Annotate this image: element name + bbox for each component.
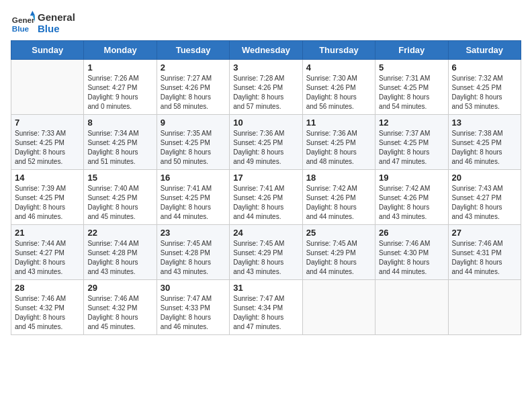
day-number: 17	[233, 173, 298, 183]
weekday-header: Wednesday	[230, 41, 302, 60]
day-detail: Sunrise: 7:34 AMSunset: 4:25 PMDaylight:…	[87, 129, 152, 167]
day-number: 27	[452, 228, 517, 238]
day-number: 23	[161, 228, 226, 238]
calendar-cell: 16Sunrise: 7:41 AMSunset: 4:25 PMDayligh…	[157, 170, 229, 225]
day-detail: Sunrise: 7:42 AMSunset: 4:26 PMDaylight:…	[379, 184, 444, 222]
day-detail: Sunrise: 7:39 AMSunset: 4:25 PMDaylight:…	[15, 184, 80, 222]
calendar-cell: 12Sunrise: 7:37 AMSunset: 4:25 PMDayligh…	[375, 115, 448, 170]
logo-icon: General Blue	[11, 11, 35, 35]
day-number: 24	[233, 228, 298, 238]
weekday-header: Thursday	[302, 41, 375, 60]
svg-marker-2	[30, 11, 35, 15]
calendar-cell: 3Sunrise: 7:28 AMSunset: 4:26 PMDaylight…	[230, 60, 302, 115]
calendar-cell: 13Sunrise: 7:38 AMSunset: 4:25 PMDayligh…	[448, 115, 521, 170]
calendar-cell: 1Sunrise: 7:26 AMSunset: 4:27 PMDaylight…	[84, 60, 157, 115]
day-number: 10	[233, 118, 298, 128]
calendar-cell: 22Sunrise: 7:44 AMSunset: 4:28 PMDayligh…	[84, 225, 157, 280]
calendar-cell: 19Sunrise: 7:42 AMSunset: 4:26 PMDayligh…	[375, 170, 448, 225]
calendar-cell: 25Sunrise: 7:45 AMSunset: 4:29 PMDayligh…	[302, 225, 375, 280]
calendar-cell: 24Sunrise: 7:45 AMSunset: 4:29 PMDayligh…	[230, 225, 302, 280]
day-number: 30	[161, 283, 226, 293]
calendar-cell: 30Sunrise: 7:47 AMSunset: 4:33 PMDayligh…	[157, 280, 229, 335]
calendar-cell: 8Sunrise: 7:34 AMSunset: 4:25 PMDaylight…	[84, 115, 157, 170]
day-detail: Sunrise: 7:36 AMSunset: 4:25 PMDaylight:…	[233, 129, 298, 167]
day-number: 13	[452, 118, 517, 128]
day-detail: Sunrise: 7:46 AMSunset: 4:30 PMDaylight:…	[379, 239, 444, 277]
day-detail: Sunrise: 7:31 AMSunset: 4:25 PMDaylight:…	[379, 74, 444, 111]
weekday-header: Saturday	[448, 41, 521, 60]
calendar-cell: 14Sunrise: 7:39 AMSunset: 4:25 PMDayligh…	[11, 170, 84, 225]
day-detail: Sunrise: 7:42 AMSunset: 4:26 PMDaylight:…	[306, 184, 371, 222]
day-detail: Sunrise: 7:27 AMSunset: 4:26 PMDaylight:…	[161, 74, 226, 111]
day-detail: Sunrise: 7:30 AMSunset: 4:26 PMDaylight:…	[306, 74, 371, 111]
day-detail: Sunrise: 7:45 AMSunset: 4:29 PMDaylight:…	[233, 239, 298, 277]
day-detail: Sunrise: 7:38 AMSunset: 4:25 PMDaylight:…	[452, 129, 517, 167]
day-number: 20	[452, 173, 517, 183]
calendar-cell: 7Sunrise: 7:33 AMSunset: 4:25 PMDaylight…	[11, 115, 84, 170]
day-detail: Sunrise: 7:46 AMSunset: 4:32 PMDaylight:…	[15, 294, 80, 332]
day-detail: Sunrise: 7:45 AMSunset: 4:28 PMDaylight:…	[161, 239, 226, 277]
logo-general: General	[38, 11, 75, 23]
day-detail: Sunrise: 7:26 AMSunset: 4:27 PMDaylight:…	[87, 74, 152, 111]
day-number: 31	[233, 283, 298, 293]
calendar-cell	[11, 60, 84, 115]
day-detail: Sunrise: 7:33 AMSunset: 4:25 PMDaylight:…	[15, 129, 80, 167]
calendar-cell: 23Sunrise: 7:45 AMSunset: 4:28 PMDayligh…	[157, 225, 229, 280]
day-detail: Sunrise: 7:47 AMSunset: 4:34 PMDaylight:…	[233, 294, 298, 332]
day-detail: Sunrise: 7:41 AMSunset: 4:26 PMDaylight:…	[233, 184, 298, 222]
weekday-header: Tuesday	[157, 41, 229, 60]
day-number: 18	[306, 173, 371, 183]
day-detail: Sunrise: 7:43 AMSunset: 4:27 PMDaylight:…	[452, 184, 517, 222]
calendar-cell: 2Sunrise: 7:27 AMSunset: 4:26 PMDaylight…	[157, 60, 229, 115]
day-number: 5	[379, 62, 444, 73]
calendar-cell: 17Sunrise: 7:41 AMSunset: 4:26 PMDayligh…	[230, 170, 302, 225]
calendar-cell: 9Sunrise: 7:35 AMSunset: 4:25 PMDaylight…	[157, 115, 229, 170]
calendar-cell: 4Sunrise: 7:30 AMSunset: 4:26 PMDaylight…	[302, 60, 375, 115]
day-number: 3	[233, 62, 298, 73]
day-number: 14	[15, 173, 80, 183]
day-detail: Sunrise: 7:37 AMSunset: 4:25 PMDaylight:…	[379, 129, 444, 167]
calendar-cell: 31Sunrise: 7:47 AMSunset: 4:34 PMDayligh…	[230, 280, 302, 335]
day-number: 4	[306, 62, 371, 73]
day-number: 1	[87, 62, 152, 73]
calendar-table: SundayMondayTuesdayWednesdayThursdayFrid…	[11, 40, 521, 335]
day-detail: Sunrise: 7:41 AMSunset: 4:25 PMDaylight:…	[161, 184, 226, 222]
calendar-cell: 5Sunrise: 7:31 AMSunset: 4:25 PMDaylight…	[375, 60, 448, 115]
day-detail: Sunrise: 7:28 AMSunset: 4:26 PMDaylight:…	[233, 74, 298, 111]
day-number: 15	[87, 173, 152, 183]
weekday-header: Sunday	[11, 41, 84, 60]
weekday-header: Monday	[84, 41, 157, 60]
calendar-cell: 18Sunrise: 7:42 AMSunset: 4:26 PMDayligh…	[302, 170, 375, 225]
calendar-cell: 20Sunrise: 7:43 AMSunset: 4:27 PMDayligh…	[448, 170, 521, 225]
logo: General Blue General Blue	[11, 11, 75, 35]
day-number: 21	[15, 228, 80, 238]
calendar-cell: 11Sunrise: 7:36 AMSunset: 4:25 PMDayligh…	[302, 115, 375, 170]
logo-blue: Blue	[38, 23, 75, 34]
day-number: 9	[161, 118, 226, 128]
calendar-cell: 15Sunrise: 7:40 AMSunset: 4:25 PMDayligh…	[84, 170, 157, 225]
day-detail: Sunrise: 7:36 AMSunset: 4:25 PMDaylight:…	[306, 129, 371, 167]
day-number: 6	[452, 62, 517, 73]
day-number: 16	[161, 173, 226, 183]
calendar-cell: 27Sunrise: 7:46 AMSunset: 4:31 PMDayligh…	[448, 225, 521, 280]
day-number: 8	[87, 118, 152, 128]
svg-text:Blue: Blue	[12, 24, 30, 33]
weekday-header: Friday	[375, 41, 448, 60]
day-detail: Sunrise: 7:40 AMSunset: 4:25 PMDaylight:…	[87, 184, 152, 222]
day-number: 11	[306, 118, 371, 128]
day-detail: Sunrise: 7:46 AMSunset: 4:32 PMDaylight:…	[87, 294, 152, 332]
day-detail: Sunrise: 7:46 AMSunset: 4:31 PMDaylight:…	[452, 239, 517, 277]
day-number: 12	[379, 118, 444, 128]
calendar-cell: 21Sunrise: 7:44 AMSunset: 4:27 PMDayligh…	[11, 225, 84, 280]
day-number: 28	[15, 283, 80, 293]
calendar-cell: 29Sunrise: 7:46 AMSunset: 4:32 PMDayligh…	[84, 280, 157, 335]
day-detail: Sunrise: 7:32 AMSunset: 4:25 PMDaylight:…	[452, 74, 517, 111]
calendar-cell	[375, 280, 448, 335]
calendar-cell: 28Sunrise: 7:46 AMSunset: 4:32 PMDayligh…	[11, 280, 84, 335]
day-detail: Sunrise: 7:44 AMSunset: 4:28 PMDaylight:…	[87, 239, 152, 277]
calendar-cell	[302, 280, 375, 335]
page-header: General Blue General Blue	[11, 11, 521, 35]
day-number: 2	[161, 62, 226, 73]
calendar-cell	[448, 280, 521, 335]
day-number: 25	[306, 228, 371, 238]
